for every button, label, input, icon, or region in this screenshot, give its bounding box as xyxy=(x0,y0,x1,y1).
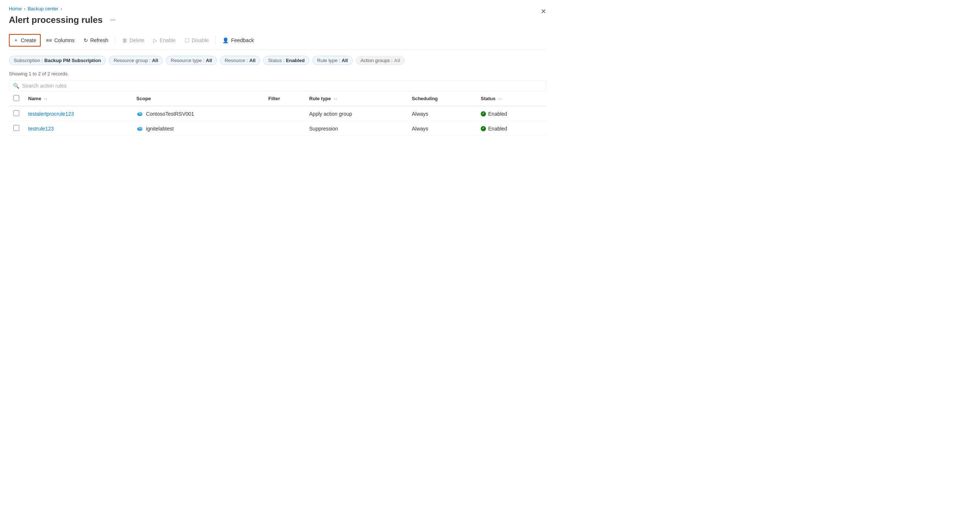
row-name-link-1[interactable]: testrule123 xyxy=(28,126,54,132)
col-header-rule-type[interactable]: Rule type ↑↓ xyxy=(305,91,407,106)
select-all-checkbox[interactable] xyxy=(13,95,19,101)
feedback-icon: 👤 xyxy=(223,37,229,43)
refresh-label: Refresh xyxy=(90,37,108,43)
refresh-button[interactable]: ↻ Refresh xyxy=(80,35,112,46)
filter-label-resource-type: Resource type : xyxy=(170,58,204,63)
filter-value-rule-type: All xyxy=(342,58,348,63)
page-header: Alert processing rules ··· xyxy=(9,14,546,25)
disable-label: Disable xyxy=(192,37,209,43)
row-checkbox-cell-0[interactable] xyxy=(9,106,24,121)
more-options-button[interactable]: ··· xyxy=(107,14,118,25)
table-row: testrule123 ignitelabtest SuppressionAlw… xyxy=(9,121,546,136)
breadcrumb-home[interactable]: Home xyxy=(9,6,22,11)
row-checkbox-0[interactable] xyxy=(13,110,19,116)
columns-label: Columns xyxy=(54,37,75,43)
table-container: Name ↑↓ Scope Filter Rule type ↑↓ Schedu xyxy=(9,91,546,136)
filter-value-resource-group: All xyxy=(152,58,158,63)
row-rule-type-1: Suppression xyxy=(305,121,407,136)
columns-icon: ≡≡ xyxy=(46,37,52,43)
table-row: testalertprocrule123 ContosoTestRSV001 A… xyxy=(9,106,546,121)
filter-pill-rule-type[interactable]: Rule type : All xyxy=(312,56,353,65)
row-scheduling-0: Always xyxy=(407,106,476,121)
filter-value-resource: All xyxy=(250,58,256,63)
breadcrumb: Home › Backup center › xyxy=(9,6,546,11)
row-scope-1: ignitelabtest xyxy=(132,121,264,136)
row-checkbox-1[interactable] xyxy=(13,125,19,131)
filter-pill-resource-type[interactable]: Resource type : All xyxy=(166,56,217,65)
data-table: Name ↑↓ Scope Filter Rule type ↑↓ Schedu xyxy=(9,91,546,136)
row-status-text-0: Enabled xyxy=(488,111,507,117)
status-dot-0 xyxy=(481,111,486,116)
filter-label-resource-group: Resource group : xyxy=(114,58,151,63)
svg-point-7 xyxy=(138,127,142,129)
row-scheduling-1: Always xyxy=(407,121,476,136)
row-checkbox-cell-1[interactable] xyxy=(9,121,24,136)
rule-type-sort-icons: ↑↓ xyxy=(334,97,337,101)
enable-icon: ▷ xyxy=(153,37,157,43)
row-scope-0: ContosoTestRSV001 xyxy=(132,106,264,121)
delete-icon: 🗑 xyxy=(122,37,127,43)
filter-label-action-groups: Action groups : xyxy=(361,58,393,63)
search-icon: 🔍 xyxy=(13,83,19,89)
col-header-filter: Filter xyxy=(264,91,305,106)
feedback-button[interactable]: 👤 Feedback xyxy=(219,35,257,46)
filter-pill-action-groups: Action groups : All xyxy=(356,56,405,65)
plus-icon: ＋ xyxy=(13,37,19,44)
col-header-status[interactable]: Status ↑↓ xyxy=(476,91,546,106)
row-name-link-0[interactable]: testalertprocrule123 xyxy=(28,111,74,117)
row-status-0: Enabled xyxy=(476,106,546,121)
toolbar-separator-2 xyxy=(215,36,216,45)
filter-pill-subscription[interactable]: Subscription : Backup PM Subscription xyxy=(9,56,106,65)
col-header-scope: Scope xyxy=(132,91,264,106)
refresh-icon: ↻ xyxy=(84,37,88,43)
page-title: Alert processing rules xyxy=(9,15,102,25)
row-status-1: Enabled xyxy=(476,121,546,136)
filter-label-subscription: Subscription : xyxy=(14,58,43,63)
select-all-cell[interactable] xyxy=(9,91,24,106)
name-sort-icons: ↑↓ xyxy=(44,97,48,101)
row-status-text-1: Enabled xyxy=(488,126,507,132)
table-header-row: Name ↑↓ Scope Filter Rule type ↑↓ Schedu xyxy=(9,91,546,106)
filter-pill-status[interactable]: Status : Enabled xyxy=(263,56,309,65)
columns-button[interactable]: ≡≡ Columns xyxy=(42,35,78,46)
filter-value-subscription: Backup PM Subscription xyxy=(45,58,101,63)
delete-label: Delete xyxy=(129,37,144,43)
breadcrumb-sep-2: › xyxy=(61,6,62,11)
filter-value-action-groups: All xyxy=(394,58,401,63)
filter-label-resource: Resource : xyxy=(224,58,248,63)
disable-icon: ☐ xyxy=(185,37,189,43)
search-input[interactable] xyxy=(22,83,542,89)
filter-pill-resource[interactable]: Resource : All xyxy=(220,56,261,65)
delete-button[interactable]: 🗑 Delete xyxy=(118,35,148,46)
cloud-icon-1 xyxy=(137,125,143,132)
status-sort-icons: ↑↓ xyxy=(498,97,501,101)
row-name-1[interactable]: testrule123 xyxy=(24,121,132,136)
breadcrumb-parent[interactable]: Backup center xyxy=(28,6,59,11)
enable-label: Enable xyxy=(159,37,176,43)
row-scope-text-0: ContosoTestRSV001 xyxy=(146,111,194,117)
breadcrumb-sep-1: › xyxy=(24,6,25,11)
search-bar: 🔍 xyxy=(9,80,546,91)
feedback-label: Feedback xyxy=(231,37,253,43)
filter-value-resource-type: All xyxy=(206,58,212,63)
row-filter-1 xyxy=(264,121,305,136)
filter-label-rule-type: Rule type : xyxy=(317,58,340,63)
close-button[interactable]: ✕ xyxy=(538,6,549,17)
row-name-0[interactable]: testalertprocrule123 xyxy=(24,106,132,121)
filter-pill-resource-group[interactable]: Resource group : All xyxy=(109,56,163,65)
status-dot-1 xyxy=(481,126,486,131)
col-header-scheduling: Scheduling xyxy=(407,91,476,106)
toolbar: ＋ Create ≡≡ Columns ↻ Refresh 🗑 Delete ▷… xyxy=(9,31,546,50)
filters-bar: Subscription : Backup PM SubscriptionRes… xyxy=(9,56,546,65)
create-button[interactable]: ＋ Create xyxy=(9,34,41,47)
filter-value-status: Enabled xyxy=(286,58,305,63)
col-header-name[interactable]: Name ↑↓ xyxy=(24,91,132,106)
toolbar-separator-1 xyxy=(115,36,116,45)
disable-button[interactable]: ☐ Disable xyxy=(181,35,213,46)
filter-label-status: Status : xyxy=(268,58,284,63)
create-label: Create xyxy=(21,37,36,43)
records-count: Showing 1 to 2 of 2 records. xyxy=(9,71,546,76)
row-filter-0 xyxy=(264,106,305,121)
enable-button[interactable]: ▷ Enable xyxy=(150,35,180,46)
svg-point-3 xyxy=(138,112,142,114)
